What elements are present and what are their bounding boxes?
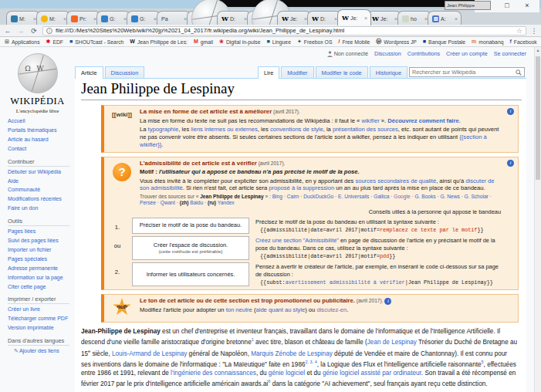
sidebar-item[interactable]: Article au hasard	[8, 137, 71, 144]
step-instructions: Pensez à avertir le créateur de l'articl…	[255, 262, 504, 286]
bookmark-item[interactable]: m monabanq	[472, 39, 503, 45]
user-icon	[327, 51, 333, 57]
sidebar-item[interactable]: Information sur la page	[8, 275, 71, 282]
sidebar-heading-langues: Dans d'autres langues	[8, 337, 69, 346]
search-icon[interactable]	[516, 69, 522, 76]
view-tab[interactable]: Lire	[258, 66, 279, 79]
view-tab[interactable]: Modifier	[281, 66, 313, 78]
browser-tab[interactable]: Pa ×	[157, 11, 191, 25]
sidebar-item[interactable]: Contact	[8, 146, 71, 153]
namespace-tab[interactable]: Discussion	[105, 66, 145, 78]
reload-button[interactable]: ⟳	[29, 27, 39, 35]
browser-tab[interactable]: ⊞ A: ×	[428, 11, 462, 25]
sidebar-item[interactable]: Accueil	[8, 118, 71, 125]
sidebar-item[interactable]: Pages liées	[8, 228, 71, 235]
sidebar-item[interactable]: Version imprimable	[8, 325, 71, 332]
sidebar-item[interactable]: Modifications récentes	[8, 196, 71, 203]
sidebar-item[interactable]: Faire un don	[8, 205, 71, 212]
browser-tab[interactable]: G: ×	[127, 11, 161, 25]
sidebar-group-imprimer: Créer un livreTélécharger comme PDFVersi…	[8, 306, 75, 332]
bookmark-item[interactable]: M gmail	[194, 39, 213, 45]
sidebar-item[interactable]: Citer cette page	[8, 284, 71, 291]
window-control-button[interactable]: ×	[518, 0, 536, 12]
sidebar-item[interactable]: Suivi des pages liées	[8, 238, 71, 245]
bookmark-item[interactable]: ⊞ Applications	[5, 39, 40, 45]
browser-tab[interactable]: W Je: ×	[337, 9, 371, 25]
bookmark-item[interactable]: ■ Banque Postale	[423, 39, 465, 45]
sidebar-item-ajouter-des-liens[interactable]: ✎Ajouter des liens	[14, 348, 75, 354]
browser-tab[interactable]: W D: ×	[217, 11, 251, 25]
personal-link[interactable]: Créer un compte	[446, 50, 488, 57]
personal-link[interactable]: Contributions	[407, 50, 440, 57]
bookmark-label: Facebook	[514, 39, 537, 45]
tab-label: G:	[140, 16, 152, 22]
window-control-button[interactable]: □	[498, 0, 516, 12]
address-bar[interactable]: i file:///D:/Mes%20Sites%20Web/wiki%20jp…	[42, 26, 526, 35]
page-scrollbar[interactable]: ▲	[534, 47, 541, 392]
bookmark-item[interactable]: / Free Mobile	[338, 39, 370, 45]
bookmark-item[interactable]: ■ Linguee	[266, 39, 290, 45]
sidebar-heading-contribuer: Contribuer	[8, 158, 69, 167]
browser-tab[interactable]: G: ×	[96, 11, 130, 25]
bookmark-item[interactable]: ✦ Freebox OS	[297, 39, 333, 45]
wikipedia-globe-icon: ΩW	[18, 53, 58, 93]
browser-toolbar: ← → ⟳ i file:///D:/Mes%20Sites%20Web/wik…	[0, 25, 541, 37]
browser-tab[interactable]: SC ×	[247, 11, 281, 25]
tab-favicon: W	[342, 15, 349, 22]
bookmark-favicon: M	[194, 39, 198, 45]
bookmark-item[interactable]: ✱ EDF	[46, 39, 63, 45]
browser-tab[interactable]: M: ×	[187, 11, 221, 25]
sidebar-item[interactable]: Débuter sur Wikipédia	[8, 169, 71, 176]
sidebar-item[interactable]: Communauté	[8, 187, 71, 194]
browser-tab[interactable]: W Je: ×	[367, 11, 401, 25]
browser-menu-icon[interactable]: ⋮	[530, 27, 538, 35]
sidebar: AccueilPortails thématiquesArticle au ha…	[0, 118, 75, 354]
tab-label: Je:	[350, 15, 363, 21]
pub-star-icon: pub	[113, 298, 131, 316]
scrollbar-thumb[interactable]	[536, 56, 540, 180]
info-icon[interactable]: i	[384, 298, 391, 305]
bookmark-star-icon[interactable]: ☆	[516, 27, 522, 35]
browser-tab[interactable]: Pr: ×	[66, 11, 100, 25]
sidebar-item[interactable]: Aide	[8, 178, 71, 185]
scrollbar-up-arrow[interactable]: ▲	[535, 47, 541, 54]
browser-tab[interactable]: M: ×	[6, 11, 40, 25]
sidebar-item[interactable]: Créer un livre	[8, 306, 71, 313]
browser-tab[interactable]: M: ×	[36, 11, 70, 25]
browser-tab[interactable]: W Je: ×	[277, 11, 311, 25]
personal-link[interactable]: Se connecter	[494, 50, 526, 57]
view-tab[interactable]: Modifier le code	[316, 66, 368, 78]
forward-button[interactable]: →	[16, 27, 25, 35]
step-box: Informer les utilisateurs concernés.	[132, 262, 249, 286]
lead-paragraph: Jean-Philippe de Lespinay est un chef d'…	[81, 327, 522, 388]
search-input[interactable]	[412, 69, 513, 76]
tab-favicon	[402, 15, 409, 22]
wiki-code: {{subst:avertissement admissibilité à vé…	[260, 279, 504, 286]
wikipedia-logo[interactable]: ΩW WIKIPÉDIA L'encyclopédie libre	[0, 53, 75, 113]
personal-link[interactable]: Discussion	[374, 50, 401, 57]
sidebar-item[interactable]: Télécharger comme PDF	[8, 316, 71, 323]
namespace-tab[interactable]: Article	[75, 66, 103, 79]
info-icon[interactable]: i	[507, 108, 514, 115]
bookmark-item[interactable]: W Jean Philippe de Les:	[130, 39, 188, 45]
bookmark-favicon: W	[130, 39, 135, 45]
view-tab[interactable]: Historique	[370, 66, 407, 78]
page-info-icon[interactable]: i	[46, 28, 52, 34]
url-text[interactable]: file:///D:/Mes%20Sites%20Web/wiki%20jp%2…	[56, 27, 513, 34]
sidebar-item[interactable]: Adresse permanente	[8, 265, 71, 272]
sidebar-item[interactable]: Importer un fichier	[8, 247, 71, 254]
bookmark-item[interactable]: Ⓦ Wordpress JP	[376, 39, 417, 45]
bookmark-label: Wordpress JP	[384, 39, 417, 45]
tab-close-icon[interactable]: ×	[455, 16, 458, 22]
sidebar-item[interactable]: Portails thématiques	[8, 127, 71, 134]
bookmark-item[interactable]: ❀ Digital in-pulse	[219, 39, 260, 45]
bookmark-item[interactable]: ■ SHOUTcast - Search	[69, 39, 123, 45]
info-icon[interactable]: i	[507, 160, 514, 167]
bookmark-label: Linguee	[272, 39, 291, 45]
browser-tab[interactable]: ho ×	[397, 11, 431, 25]
sidebar-item[interactable]: Pages spéciales	[8, 256, 71, 263]
tab-close-icon[interactable]: ×	[364, 15, 367, 21]
back-button[interactable]: ←	[3, 27, 12, 35]
browser-tab[interactable]: W D: ×	[307, 11, 341, 25]
bookmark-item[interactable]: f Facebook	[509, 39, 536, 45]
